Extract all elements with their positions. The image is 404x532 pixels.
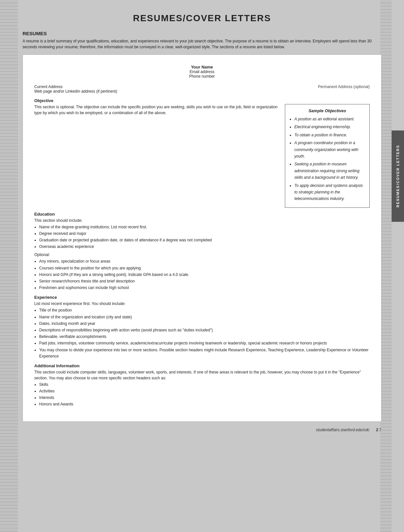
page-title: RESUMES/COVER LETTERS [23, 13, 381, 23]
list-item: Graduation date or projected graduation … [39, 237, 370, 243]
objective-left: This section is optional. The objective … [34, 104, 278, 208]
additional-list: Skills Activities Interests Honors and A… [39, 382, 370, 408]
left-decoration [0, 0, 18, 532]
optional-label: Optional: [34, 252, 370, 258]
list-item: You may choose to divide your experience… [39, 347, 370, 359]
list-item: Skills [39, 382, 370, 388]
additional-title: Additional Information [34, 363, 370, 368]
side-tab: RESUMES/COVER LETTERS [392, 130, 404, 222]
resume-name: Your Name [34, 65, 370, 69]
intro-paragraph: A resume is a brief summary of your qual… [23, 38, 381, 50]
education-optional-list: Any minors, specialization or focus area… [39, 258, 370, 291]
sample-objectives-list: A position as an editorial assistant. El… [294, 116, 365, 202]
list-item: A program coordinator position in a comm… [294, 140, 365, 160]
list-item: Senior research/honors thesis title and … [39, 278, 370, 284]
list-item: Interests [39, 395, 370, 401]
two-col-layout: This section is optional. The objective … [34, 104, 370, 208]
left-address: Current Address Web page and/or LinkedIn… [34, 84, 117, 94]
education-intro: This section should include: [34, 218, 370, 223]
sample-objectives-container: Sample Objectives A position as an edito… [285, 104, 370, 208]
page-footer: studentaffairs.stanford.edu/cdc 2 7 [23, 428, 381, 432]
content-area: RESUMES/COVER LETTERS RESUMES A resume i… [23, 10, 381, 432]
list-item: Paid jobs, internships, volunteer commun… [39, 340, 370, 346]
education-title: Education [34, 212, 370, 217]
address-row: Current Address Web page and/or LinkedIn… [34, 84, 370, 94]
resumes-intro-section: RESUMES A resume is a brief summary of y… [23, 31, 381, 51]
education-section: Education This section should include: N… [34, 212, 370, 291]
additional-section: Additional Information This section coul… [34, 363, 370, 408]
list-item: Activities [39, 388, 370, 394]
list-item: To apply decision and systems analysis t… [294, 182, 365, 202]
experience-title: Experience [34, 295, 370, 300]
list-item: To obtain a position in finance. [294, 132, 365, 138]
list-item: A position as an editorial assistant. [294, 116, 365, 122]
sample-objectives-box: Sample Objectives A position as an edito… [285, 104, 370, 208]
web-address: Web page and/or LinkedIn address (if per… [34, 89, 117, 94]
right-decoration [380, 0, 392, 532]
list-item: Title of the position [39, 307, 370, 313]
list-item: Seeking a position in museum administrat… [294, 161, 365, 181]
objective-text: This section is optional. The objective … [34, 104, 278, 116]
current-address-label: Current Address [34, 84, 117, 89]
list-item: Freshmen and sophomores can include high… [39, 285, 370, 291]
list-item: Electrical engineering internship. [294, 124, 365, 130]
list-item: Believable, verifiable accomplishments [39, 334, 370, 340]
objective-section: Objective This section is optional. The … [34, 98, 370, 208]
objective-title: Objective [34, 98, 370, 103]
list-item: Descriptions of responsibilities beginni… [39, 327, 370, 333]
additional-text: This section could include computer skil… [34, 369, 370, 381]
side-tab-label: RESUMES/COVER LETTERS [396, 145, 400, 207]
list-item: Name of the organization and location (c… [39, 314, 370, 320]
list-item: Courses relevant to the position for whi… [39, 265, 370, 271]
list-item: Name of the degree-granting institutions… [39, 224, 370, 230]
list-item: Dates, including month and year [39, 321, 370, 327]
list-item: Any minors, specialization or focus area… [39, 258, 370, 265]
footer-url: studentaffairs.stanford.edu/cdc [316, 428, 369, 432]
page-wrapper: RESUMES/COVER LETTERS RESUMES/COVER LETT… [0, 0, 404, 532]
permanent-address: Permanent Address (optional) [318, 84, 370, 94]
sample-objectives-title: Sample Objectives [290, 108, 365, 113]
education-list: Name of the degree-granting institutions… [39, 224, 370, 250]
resume-header: Your Name Email address Phone number [34, 65, 370, 79]
resumes-heading: RESUMES [23, 31, 381, 36]
list-item: Honors and GPA (if they are a strong sel… [39, 272, 370, 278]
experience-intro: List most recent experience first. You s… [34, 301, 370, 307]
resume-phone: Phone number [34, 74, 370, 79]
experience-list: Title of the position Name of the organi… [39, 307, 370, 359]
experience-section: Experience List most recent experience f… [34, 295, 370, 359]
resume-document-box: Your Name Email address Phone number Cur… [23, 54, 381, 422]
list-item: Overseas academic experience [39, 244, 370, 250]
list-item: Honors and Awards [39, 401, 370, 407]
list-item: Degree received and major [39, 231, 370, 237]
resume-email: Email address [34, 69, 370, 74]
